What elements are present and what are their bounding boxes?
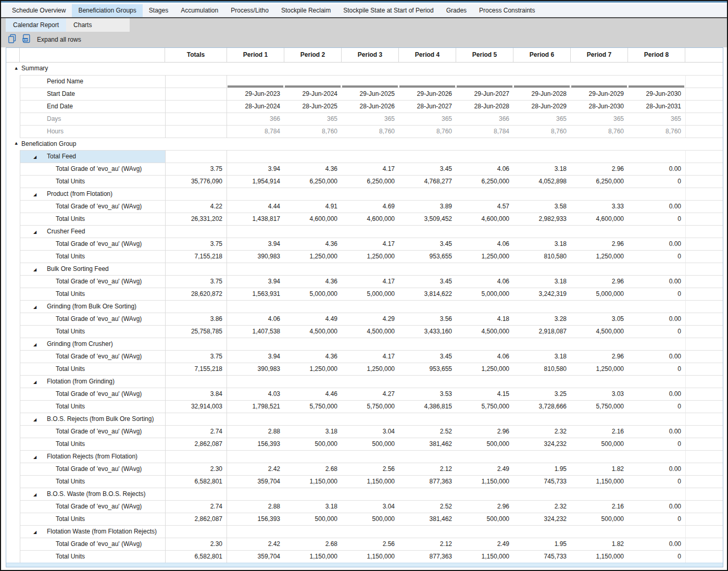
period-cell-7[interactable]: 28-Jun-2030 [571,100,628,113]
row-label-cell[interactable]: ◢Total Feed [20,150,165,163]
period-cell-7[interactable] [571,188,628,200]
period-cell-3[interactable]: 8,760 [342,125,399,138]
period-cell-7[interactable]: 2.16 [571,500,628,513]
subgroup-expander-icon[interactable]: ◢ [33,451,47,463]
period-cell-2[interactable]: 2.68 [284,538,342,550]
period-cell-8[interactable]: 0 [628,213,685,225]
period-cell-4[interactable]: 3.89 [399,200,456,213]
period-cell-5[interactable]: 4.06 [456,350,513,363]
period-cell-4[interactable]: 3.45 [399,238,456,250]
main-tab-schedule-overview[interactable]: Schedule Overview [6,4,72,17]
period-cell-8[interactable]: 0.00 [628,200,685,213]
period-cell-1[interactable]: 390,983 [227,250,284,263]
period-cell-6[interactable]: 3.25 [513,388,571,400]
period-cell-5[interactable] [456,375,513,388]
subgroup-expander-icon[interactable]: ◢ [33,526,47,538]
totals-cell[interactable]: 2.74 [165,500,227,513]
totals-cell[interactable] [165,100,227,113]
row-label-cell[interactable]: Days [20,113,165,125]
period-cell-8[interactable]: 365 [628,113,685,125]
row-label-cell[interactable]: Total Grade of 'evo_au' (WAvg) [20,500,165,513]
period-cell-1[interactable]: 366 [227,113,284,125]
row-label-cell[interactable]: Period Name [20,75,165,88]
totals-cell[interactable]: 3.75 [165,275,227,288]
row-label-cell[interactable]: ◢Crusher Feed [20,225,165,238]
main-tab-stockpile-state-at-start-of-period[interactable]: Stockpile State at Start of Period [337,4,440,17]
period-cell-8[interactable]: 0.00 [628,313,685,325]
period-cell-7[interactable]: 2.96 [571,275,628,288]
period-cell-7[interactable]: 8,760 [571,125,628,138]
period-cell-8[interactable] [628,338,685,350]
period-cell-1[interactable]: 4.03 [227,388,284,400]
period-cell-3[interactable]: 2.56 [342,463,399,475]
period-cell-8[interactable]: 29-Jun-2030 [628,88,685,100]
period-cell-2[interactable]: 1,150,000 [284,550,342,563]
period-cell-6[interactable] [513,375,571,388]
period-cell-3[interactable]: 500,000 [342,438,399,450]
period-cell-5[interactable] [456,188,513,200]
period-cell-2[interactable] [284,413,342,425]
subgroup-expander-icon[interactable]: ◢ [33,189,47,200]
period-cell-5[interactable] [456,263,513,275]
period-cell-5[interactable] [456,150,513,163]
period-cell-4[interactable]: 2.52 [399,500,456,513]
period-cell-3[interactable] [342,450,399,463]
period-cell-2[interactable]: 4.36 [284,350,342,363]
period-cell-1[interactable] [227,525,284,538]
row-label-cell[interactable]: End Date [20,100,165,113]
period-cell-5[interactable]: 5,750,000 [456,400,513,413]
period-cell-7[interactable]: 500,000 [571,438,628,450]
period-cell-1[interactable] [227,375,284,388]
period-cell-6[interactable]: 28-Jun-2029 [513,100,571,113]
row-label-cell[interactable]: Total Grade of 'evo_au' (WAvg) [20,425,165,438]
totals-cell[interactable] [165,188,227,200]
period-cell-4[interactable]: 29-Jun-2026 [399,88,456,100]
period-cell-3[interactable] [342,488,399,500]
period-cell-7[interactable]: 2.96 [571,350,628,363]
totals-cell[interactable] [165,263,227,275]
row-label-cell[interactable]: Total Units [20,250,165,263]
period-cell-5[interactable]: 2.96 [456,500,513,513]
period-cell-1[interactable]: 29-Jun-2023 [227,88,284,100]
period-cell-4[interactable]: 365 [399,113,456,125]
period-cell-3[interactable] [342,188,399,200]
period-cell-1[interactable] [227,338,284,350]
period-cell-1[interactable]: 156,393 [227,513,284,525]
row-label-cell[interactable]: Total Grade of 'evo_au' (WAvg) [20,538,165,550]
period-cell-6[interactable] [513,263,571,275]
period-cell-6[interactable]: 2.32 [513,500,571,513]
period-cell-7[interactable] [571,263,628,275]
subgroup-expander-icon[interactable]: ◢ [33,489,47,500]
period-cell-7[interactable]: 1,250,000 [571,250,628,263]
subgroup-expander-icon[interactable]: ◢ [33,151,47,163]
period-cell-6[interactable]: 2,918,087 [513,325,571,338]
period-cell-2[interactable] [284,488,342,500]
period-cell-7[interactable]: 2.16 [571,425,628,438]
row-label-cell[interactable]: Total Units [20,400,165,413]
period-cell-1[interactable] [227,263,284,275]
main-tab-process-constraints[interactable]: Process Constraints [473,4,541,17]
period-cell-3[interactable]: 5,750,000 [342,400,399,413]
period-cell-1[interactable]: 1,954,914 [227,175,284,188]
period-cell-5[interactable]: 500,000 [456,513,513,525]
period-cell-4[interactable]: 953,655 [399,363,456,375]
period-cell-5[interactable]: 4.57 [456,200,513,213]
period-cell-4[interactable] [399,150,456,163]
period-cell-8[interactable]: 0 [628,550,685,563]
row-label-cell[interactable]: Total Units [20,475,165,488]
period-cell-4[interactable]: 3,433,160 [399,325,456,338]
period-cell-5[interactable] [456,300,513,313]
period-cell-4[interactable]: 4,768,277 [399,175,456,188]
period-cell-8[interactable] [628,263,685,275]
period-cell-1[interactable]: 390,983 [227,363,284,375]
period-cell-5[interactable]: 500,000 [456,438,513,450]
totals-cell[interactable]: 2,862,087 [165,513,227,525]
period-cell-7[interactable] [571,488,628,500]
period-cell-8[interactable] [628,75,685,88]
period-cell-2[interactable]: 4.49 [284,313,342,325]
period-cell-8[interactable]: 0.00 [628,425,685,438]
period-cell-6[interactable] [513,188,571,200]
period-cell-8[interactable]: 0 [628,325,685,338]
period-cell-7[interactable] [571,375,628,388]
period-cell-8[interactable]: 0 [628,175,685,188]
